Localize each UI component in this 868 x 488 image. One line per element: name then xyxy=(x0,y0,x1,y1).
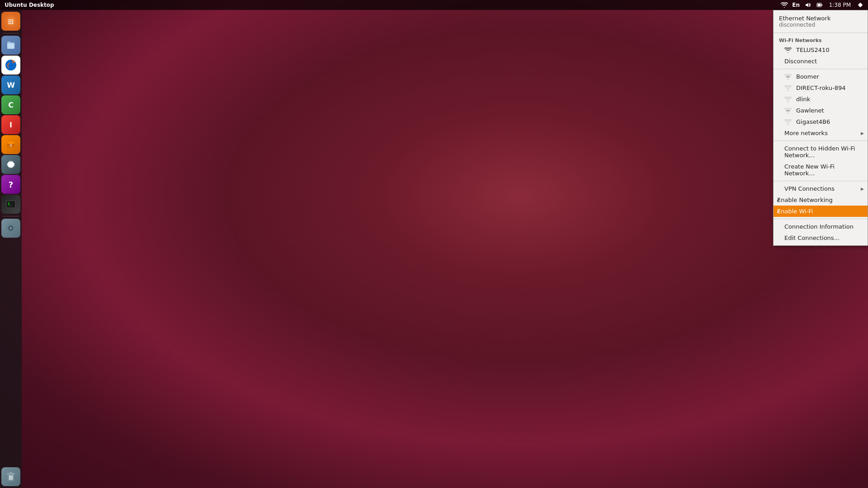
top-panel: Ubuntu Desktop En xyxy=(0,0,868,10)
enable-wifi-checkmark: ✓ xyxy=(776,208,781,215)
svg-point-12 xyxy=(9,23,10,24)
separator-2 xyxy=(774,69,868,69)
launcher-item-help[interactable]: ? xyxy=(1,175,20,194)
svg-point-8 xyxy=(12,19,14,21)
svg-point-9 xyxy=(9,21,10,23)
svg-point-24 xyxy=(10,227,12,229)
settings-panel-icon[interactable] xyxy=(856,1,864,9)
panel-right: En 1:38 PM xyxy=(780,1,868,9)
desktop: Ubuntu Desktop En xyxy=(0,0,868,488)
launcher-separator-1 xyxy=(3,33,19,33)
launcher-item-firefox[interactable] xyxy=(1,56,20,75)
launcher-item-system-settings[interactable] xyxy=(1,155,20,174)
svg-text:$_: $_ xyxy=(8,202,12,206)
connect-hidden-label: Connect to Hidden Wi-Fi Network… xyxy=(784,145,862,159)
create-new-wifi-item[interactable]: Create New Wi-Fi Network… xyxy=(774,161,868,179)
edit-connections-item[interactable]: Edit Connections... xyxy=(774,232,868,244)
launcher-item-files[interactable] xyxy=(1,36,20,55)
wifi-network-boomer[interactable]: Boomer xyxy=(774,71,868,82)
svg-point-7 xyxy=(10,19,12,21)
launcher-item-impress[interactable]: I xyxy=(1,115,20,134)
separator-3 xyxy=(774,141,868,141)
svg-rect-3 xyxy=(817,4,821,6)
more-networks-label: More networks xyxy=(784,130,828,136)
ethernet-title: Ethernet Network xyxy=(779,15,862,22)
disconnect-button[interactable]: Disconnect xyxy=(774,56,868,67)
svg-rect-27 xyxy=(9,472,12,474)
ethernet-status: disconnected xyxy=(779,22,862,28)
wifi-panel-icon[interactable] xyxy=(780,1,788,9)
separator-1 xyxy=(774,33,868,33)
clock[interactable]: 1:38 PM xyxy=(827,2,853,8)
separator-5 xyxy=(774,219,868,219)
enable-networking-label: Enable Networking xyxy=(777,197,833,203)
launcher: W C I A ? xyxy=(0,10,22,488)
volume-panel-icon[interactable] xyxy=(804,1,812,9)
edit-connections-label: Edit Connections... xyxy=(784,235,840,241)
svg-marker-0 xyxy=(806,3,808,7)
disconnect-label: Disconnect xyxy=(784,58,817,65)
network-direct-roku-name: DIRECT-roku-894 xyxy=(796,84,846,91)
launcher-item-home[interactable] xyxy=(1,12,20,31)
launcher-item-terminal[interactable]: $_ xyxy=(1,195,20,214)
more-networks-item[interactable]: More networks xyxy=(774,127,868,139)
wifi-network-dlink[interactable]: dlink xyxy=(774,94,868,105)
svg-rect-2 xyxy=(821,5,822,6)
network-dlink-name: dlink xyxy=(796,96,810,103)
connect-hidden-wifi-item[interactable]: Connect to Hidden Wi-Fi Network… xyxy=(774,143,868,161)
panel-title: Ubuntu Desktop xyxy=(0,2,59,8)
power-panel-icon[interactable] xyxy=(816,1,824,9)
network-boomer-name: Boomer xyxy=(796,73,819,80)
svg-point-15 xyxy=(5,60,16,70)
launcher-separator-2 xyxy=(3,216,19,216)
enable-networking-item[interactable]: ✓ Enable Networking xyxy=(774,194,868,206)
wifi-network-gigaset[interactable]: Gigaset4B6 xyxy=(774,116,868,127)
svg-point-6 xyxy=(9,19,10,21)
enable-wifi-item[interactable]: ✓ Enable Wi-Fi xyxy=(774,206,868,217)
connection-info-item[interactable]: Connection Information xyxy=(774,221,868,232)
wifi-network-gawlenet[interactable]: Gawlenet xyxy=(774,105,868,116)
launcher-item-trash[interactable] xyxy=(1,467,20,486)
svg-point-10 xyxy=(10,21,12,23)
network-gigaset-name: Gigaset4B6 xyxy=(796,118,830,125)
ethernet-section: Ethernet Network disconnected xyxy=(774,12,868,31)
launcher-item-software[interactable]: A xyxy=(1,135,20,154)
svg-text:A: A xyxy=(9,144,12,148)
enable-networking-checkmark: ✓ xyxy=(776,197,781,203)
create-new-label: Create New Wi-Fi Network… xyxy=(784,163,862,177)
wifi-network-telus[interactable]: TELUS2410 xyxy=(774,44,868,56)
launcher-item-disks[interactable] xyxy=(1,219,20,238)
wifi-network-direct-roku[interactable]: DIRECT-roku-894 xyxy=(774,82,868,94)
svg-point-11 xyxy=(12,21,14,23)
launcher-item-calc[interactable]: C xyxy=(1,95,20,114)
wifi-section-header: Wi-Fi Networks xyxy=(774,35,868,44)
launcher-item-writer[interactable]: W xyxy=(1,75,20,94)
connection-info-label: Connection Information xyxy=(784,223,854,230)
network-gawlenet-name: Gawlenet xyxy=(796,107,824,114)
enable-wifi-label: Enable Wi-Fi xyxy=(777,208,813,215)
connected-network-name: TELUS2410 xyxy=(796,47,830,53)
separator-4 xyxy=(774,181,868,181)
vpn-connections-item[interactable]: VPN Connections xyxy=(774,183,868,194)
svg-point-14 xyxy=(12,23,14,24)
svg-point-13 xyxy=(10,23,12,24)
network-menu: Ethernet Network disconnected Wi-Fi Netw… xyxy=(773,10,868,246)
vpn-label: VPN Connections xyxy=(784,185,835,192)
keyboard-panel-icon[interactable]: En xyxy=(792,1,800,9)
